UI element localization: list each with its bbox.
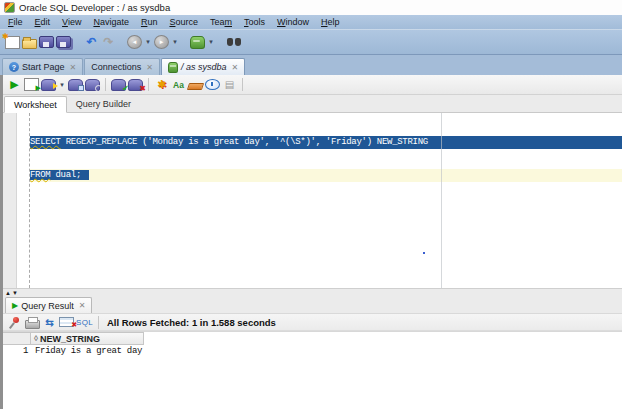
- tab-connections[interactable]: Connections: [84, 58, 160, 75]
- splitter-collapse-icon[interactable]: [5, 289, 19, 297]
- editor-left-rail: [3, 113, 17, 288]
- close-icon[interactable]: [146, 63, 153, 72]
- separator: [98, 316, 99, 329]
- tab-as-sysdba[interactable]: / as sysdba: [161, 58, 245, 75]
- explain-plan-icon[interactable]: [68, 79, 83, 91]
- history-icon[interactable]: [205, 79, 220, 90]
- menu-run[interactable]: Run: [135, 17, 164, 27]
- rollback-icon[interactable]: [128, 79, 143, 91]
- row-value-cell[interactable]: Friday is a great day: [31, 345, 142, 358]
- help-icon: ?: [9, 62, 19, 72]
- unshared-worksheet-icon[interactable]: ✱: [154, 77, 169, 93]
- grid-header-row: ◊ NEW_STRING: [3, 332, 622, 345]
- sort-icon: ◊: [34, 334, 38, 343]
- tab-label: Query Result: [21, 301, 74, 311]
- tab-query-builder[interactable]: Query Builder: [67, 95, 140, 112]
- worksheet-toolbar: ▶▾✱Aa▤: [3, 75, 622, 95]
- column-header-new-string[interactable]: ◊ NEW_STRING: [31, 332, 144, 345]
- run-script-icon[interactable]: [24, 78, 39, 91]
- menu-tools[interactable]: Tools: [238, 17, 271, 27]
- sql-label-icon[interactable]: SQL: [76, 314, 93, 330]
- save-icon[interactable]: [39, 36, 54, 48]
- code-line-1: SELECT REGEXP_REPLACE ('Monday is a grea…: [30, 136, 622, 149]
- new-file-icon[interactable]: [5, 36, 20, 49]
- menu-source[interactable]: Source: [163, 17, 204, 27]
- sql-editor: SELECT REGEXP_REPLACE ('Monday is a grea…: [3, 113, 622, 288]
- stray-dot: [423, 252, 425, 254]
- menu-team[interactable]: Team: [204, 17, 238, 27]
- code-line-2: FROM dual;: [30, 169, 622, 182]
- tab-label: Connections: [91, 62, 141, 72]
- menu-help[interactable]: Help: [315, 17, 346, 27]
- window-title: Oracle SQL Developer : / as sysdba: [19, 2, 170, 13]
- row-number-cell: 1: [3, 345, 31, 358]
- connections-icon[interactable]: [190, 36, 205, 49]
- fetch-icon[interactable]: ⇆: [42, 314, 57, 330]
- table-row[interactable]: 1 Friday is a great day: [3, 345, 622, 358]
- close-icon[interactable]: [232, 63, 239, 72]
- menu-view[interactable]: View: [56, 17, 87, 27]
- run-statement-icon[interactable]: ▶: [7, 77, 22, 93]
- menu-window[interactable]: Window: [271, 17, 315, 27]
- document-tabs: ?Start PageConnections/ as sysdba: [0, 55, 622, 75]
- nav-forward-icon[interactable]: ▸: [154, 35, 169, 49]
- redo-icon[interactable]: ↷: [101, 34, 116, 50]
- case-toggle-icon[interactable]: Aa: [171, 77, 186, 93]
- menu-edit[interactable]: Edit: [29, 17, 57, 27]
- results-grid: ◊ NEW_STRING 1 Friday is a great day: [3, 331, 622, 409]
- undo-icon[interactable]: ↶: [84, 34, 99, 50]
- code-area[interactable]: SELECT REGEXP_REPLACE ('Monday is a grea…: [30, 113, 622, 288]
- query-result-toolbar: ⇆SQLAll Rows Fetched: 1 in 1.588 seconds: [3, 313, 622, 331]
- open-folder-icon[interactable]: [22, 39, 37, 49]
- menu-navigate[interactable]: Navigate: [87, 17, 135, 27]
- tab-label: Start Page: [22, 62, 65, 72]
- autotrace-icon[interactable]: [41, 79, 56, 91]
- clear-icon[interactable]: [187, 83, 204, 90]
- commit-icon[interactable]: [111, 79, 126, 91]
- run-icon: ▶: [12, 301, 18, 310]
- column-header-label: NEW_STRING: [40, 334, 100, 344]
- grid-corner-cell[interactable]: [3, 332, 31, 345]
- worksheet-tabs: Worksheet Query Builder: [3, 95, 622, 113]
- menu-bar: FileEditViewNavigateRunSourceTeamToolsWi…: [0, 15, 622, 29]
- find-icon[interactable]: [226, 36, 242, 48]
- main-toolbar: ↶↷◂▾▸▾▾: [0, 29, 622, 55]
- right-margin-guide: [441, 113, 442, 288]
- close-icon[interactable]: [79, 301, 86, 310]
- tab-query-result[interactable]: ▶ Query Result: [5, 297, 92, 313]
- app-window: Oracle SQL Developer : / as sysdba FileE…: [0, 0, 622, 409]
- tab-worksheet[interactable]: Worksheet: [4, 96, 67, 113]
- separator: [242, 78, 243, 91]
- fetch-status-text: All Rows Fetched: 1 in 1.588 seconds: [107, 317, 276, 328]
- print-icon[interactable]: [25, 320, 40, 329]
- separator: [105, 78, 106, 91]
- tab-start-page[interactable]: ?Start Page: [2, 58, 83, 75]
- delete-grid-icon[interactable]: [59, 317, 74, 327]
- query-result-tabs: ▶ Query Result: [3, 296, 622, 313]
- save-all-icon[interactable]: [56, 36, 71, 48]
- disabled-tool-icon[interactable]: ▤: [222, 77, 237, 93]
- close-icon[interactable]: [70, 63, 77, 72]
- dropdown-icon[interactable]: ▾: [58, 77, 66, 93]
- lower-area: ▶▾✱Aa▤ Worksheet Query Builder SELECT RE…: [0, 75, 622, 409]
- app-icon: [4, 2, 15, 13]
- tuning-advisor-icon[interactable]: [85, 79, 100, 91]
- separator: [148, 78, 149, 91]
- editor-gutter: [17, 113, 30, 288]
- title-bar: Oracle SQL Developer : / as sysdba: [0, 0, 622, 15]
- tab-label: / as sysdba: [181, 62, 227, 72]
- db-green-icon: [168, 62, 178, 73]
- pin-icon[interactable]: [8, 316, 23, 329]
- dropdown-icon[interactable]: ▾: [144, 34, 152, 50]
- nav-back-icon[interactable]: ◂: [127, 35, 142, 49]
- dropdown-icon[interactable]: ▾: [207, 34, 215, 50]
- dropdown-icon[interactable]: ▾: [171, 34, 179, 50]
- horizontal-splitter[interactable]: [3, 288, 622, 296]
- menu-file[interactable]: File: [2, 17, 29, 27]
